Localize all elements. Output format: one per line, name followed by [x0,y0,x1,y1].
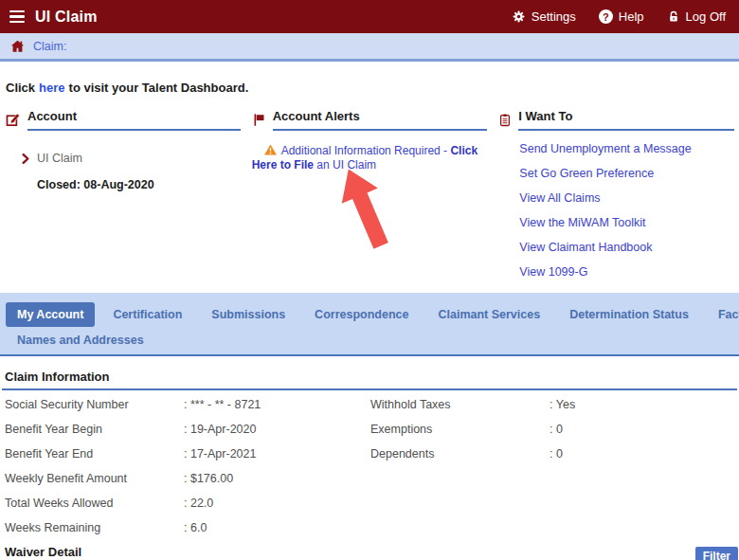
alerts-panel-header: Account Alerts [252,107,488,131]
note-prefix: Click [6,81,35,95]
ssn-label: Social Security Number [2,398,184,411]
home-icon[interactable] [9,39,26,54]
link-view-claimant-handbook[interactable]: View Claimant Handbook [519,241,734,265]
hamburger-menu-icon[interactable] [9,10,25,23]
ui-claim-link-label: UI Claim [37,152,82,165]
info-row: Benefit Year Begin 19-Apr-2020 [2,417,368,442]
alerts-panel-title: Account Alerts [273,109,360,123]
logoff-label: Log Off [686,9,726,24]
i-want-to-title-wrap: I Want To [518,107,734,131]
info-row: Dependents 0 [368,442,737,466]
tab-row-1: My Account Certification Submissions Cor… [6,301,739,327]
info-row: Weeks Remaining 6.0 [2,515,368,540]
weeks-remaining-value: 6.0 [184,521,207,534]
top-bar: UI Claim Settings ? Help [0,0,739,33]
account-panel: Account UI Claim Closed: 08-Aug-2020 [5,107,241,293]
i-want-to-panel: I Want To Send Unemployment a Message Se… [498,107,734,293]
tab-determination-status[interactable]: Determination Status [558,302,700,327]
weekly-benefit-amount-label: Weekly Benefit Amount [2,472,184,485]
tab-claimant-services[interactable]: Claimant Services [426,302,551,327]
weekly-benefit-amount-value: $176.00 [184,472,233,485]
waiver-detail-title: Waiver Detail [2,545,81,559]
info-row: Social Security Number *** - ** - 8721 [2,392,368,417]
account-title-wrap: Account [27,107,241,131]
link-send-unemployment-message[interactable]: Send Unemployment a Message [519,142,734,167]
claim-information-section: Claim Information Social Security Number… [2,370,737,540]
alert-text-part1: Additional Information Required - [281,144,451,157]
withhold-taxes-value: Yes [550,398,575,411]
note-suffix: to visit your Talent Dashboard. [69,81,249,95]
warning-triangle-icon [263,143,278,156]
exemptions-label: Exemptions [368,423,550,436]
waiver-detail-section: Waiver Detail Filter [0,545,739,560]
alerts-title-wrap: Account Alerts [273,107,488,131]
dependents-value: 0 [550,447,563,461]
tab-names-and-addresses[interactable]: Names and Addresses [6,328,155,352]
tab-correspondence[interactable]: Correspondence [303,302,420,327]
annotation-arrow-icon [328,161,401,255]
weeks-remaining-label: Weeks Remaining [2,521,184,534]
settings-button[interactable]: Settings [512,9,576,24]
tab-my-account[interactable]: My Account [6,302,95,327]
app-title: UI Claim [35,9,98,26]
clipboard-icon [498,112,512,128]
account-alerts-panel: Account Alerts Additional Information Re… [252,107,488,293]
link-view-all-claims[interactable]: View All Claims [519,191,734,216]
info-row: Weekly Benefit Amount $176.00 [2,466,368,491]
account-panel-header: Account [5,107,241,131]
benefit-year-begin-value: 19-Apr-2020 [184,423,256,436]
claim-information-title: Claim Information [2,370,737,390]
i-want-to-panel-header: I Want To [498,107,734,131]
link-set-go-green-preference[interactable]: Set Go Green Preference [519,167,734,191]
info-row: Benefit Year End 17-Apr-2021 [2,442,368,466]
info-row: Total Weeks Allowed 22.0 [2,491,368,515]
claim-information-grid: Social Security Number *** - ** - 8721 B… [2,392,737,540]
talent-dashboard-note: Clickhereto visit your Talent Dashboard. [6,81,739,95]
i-want-to-links: Send Unemployment a Message Set Go Green… [519,142,734,290]
top-bar-menu: Settings ? Help Log Off [512,9,726,24]
logoff-button[interactable]: Log Off [667,9,726,24]
ssn-value: *** - ** - 8721 [184,398,261,411]
benefit-year-begin-label: Benefit Year Begin [2,423,184,436]
tab-row-2: Names and Addresses [6,327,739,352]
link-view-1099g[interactable]: View 1099-G [519,265,734,290]
settings-label: Settings [532,9,576,24]
tab-fact-finding[interactable]: Fact Finding [707,302,739,327]
gear-icon [512,9,526,24]
top-bar-left: UI Claim [9,9,98,26]
breadcrumb: Claim: [0,33,739,62]
help-label: Help [619,9,644,24]
tab-certification[interactable]: Certification [101,302,193,327]
lock-icon [667,9,680,24]
talent-dashboard-link[interactable]: here [39,81,64,95]
edit-pencil-icon [5,112,21,128]
info-row: Withhold Taxes Yes [368,392,737,417]
flag-icon [252,112,266,128]
ui-claim-link[interactable]: UI Claim [22,152,241,165]
dependents-label: Dependents [368,447,550,461]
exemptions-value: 0 [550,423,563,436]
help-button[interactable]: ? Help [599,9,644,24]
breadcrumb-label[interactable]: Claim: [33,40,66,53]
withhold-taxes-label: Withhold Taxes [368,398,550,411]
help-icon: ? [599,9,613,24]
chevron-right-icon [22,154,29,164]
dashboard-panels: Account UI Claim Closed: 08-Aug-2020 Acc… [0,107,739,293]
info-row: Exemptions 0 [368,417,737,442]
total-weeks-allowed-label: Total Weeks Allowed [2,497,184,510]
link-view-miwam-toolkit[interactable]: View the MiWAM Toolkit [519,216,734,241]
account-panel-title: Account [27,109,77,123]
i-want-to-panel-title: I Want To [518,109,572,123]
tab-submissions[interactable]: Submissions [200,302,297,327]
claim-closed-status: Closed: 08-Aug-2020 [37,178,241,191]
claim-info-right-column: Withhold Taxes Yes Exemptions 0 Dependen… [368,392,737,540]
total-weeks-allowed-value: 22.0 [184,497,213,510]
benefit-year-end-value: 17-Apr-2021 [184,447,256,461]
benefit-year-end-label: Benefit Year End [2,447,184,461]
tab-bar: My Account Certification Submissions Cor… [0,293,739,356]
filter-button[interactable]: Filter [695,547,738,560]
claim-info-left-column: Social Security Number *** - ** - 8721 B… [2,392,368,540]
